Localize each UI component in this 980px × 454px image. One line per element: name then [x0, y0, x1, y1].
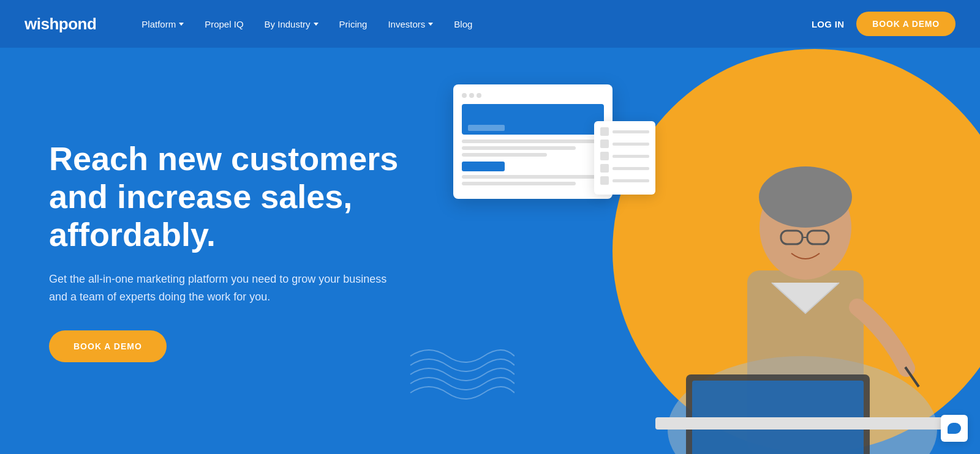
hero-section: Reach new customers and increase sales, … — [0, 48, 980, 454]
panel-line — [612, 155, 649, 158]
hero-content: Reach new customers and increase sales, … — [0, 140, 417, 362]
panel-icon — [600, 152, 609, 160]
ui-mockup — [453, 84, 637, 199]
browser-dot-2 — [469, 93, 474, 98]
nav-blog[interactable]: Blog — [445, 14, 481, 34]
chat-widget[interactable] — [941, 415, 968, 442]
nav-platform[interactable]: Platform — [133, 14, 192, 34]
panel-line — [612, 130, 649, 133]
nav-actions: LOG IN BOOK A DEMO — [812, 12, 956, 36]
mockup-content-lines — [462, 140, 604, 157]
svg-rect-10 — [655, 417, 962, 430]
navigation: wishpond Platform Propel IQ By Industry … — [0, 0, 980, 48]
mockup-line — [462, 153, 547, 157]
mockup-bottom-lines — [462, 175, 604, 185]
browser-dot-1 — [462, 93, 467, 98]
chat-icon — [948, 423, 961, 434]
mockup-line — [462, 182, 576, 185]
panel-row — [600, 127, 649, 136]
mockup-line — [462, 146, 576, 150]
nav-by-industry[interactable]: By Industry — [256, 14, 327, 34]
panel-icon — [600, 176, 609, 185]
panel-row — [600, 152, 649, 160]
panel-icon — [600, 127, 609, 136]
hero-headline: Reach new customers and increase sales, … — [49, 140, 417, 253]
svg-point-3 — [759, 166, 852, 228]
mockup-button — [462, 162, 505, 171]
browser-bar — [462, 93, 604, 98]
panel-line — [612, 143, 649, 146]
panel-icon — [600, 140, 609, 148]
panel-row — [600, 176, 649, 185]
chevron-down-icon — [179, 23, 184, 26]
hero-subheadline: Get the all-in-one marketing platform yo… — [49, 270, 392, 306]
panel-icon — [600, 164, 609, 173]
book-demo-nav-button[interactable]: BOOK A DEMO — [856, 12, 956, 36]
login-button[interactable]: LOG IN — [812, 19, 844, 29]
hero-right — [429, 48, 980, 454]
panel-row — [600, 164, 649, 173]
hero-person-image — [625, 75, 980, 454]
book-demo-hero-button[interactable]: BOOK A DEMO — [49, 330, 167, 362]
mockup-line — [462, 140, 604, 143]
nav-investors[interactable]: Investors — [379, 14, 442, 34]
logo[interactable]: wishpond — [24, 15, 96, 34]
chevron-down-icon — [428, 23, 433, 26]
mockup-floating-panel — [594, 121, 655, 195]
mockup-card — [453, 84, 612, 199]
mockup-header-bar — [462, 104, 604, 135]
browser-dot-3 — [477, 93, 481, 98]
nav-propel-iq[interactable]: Propel IQ — [196, 14, 252, 34]
panel-line — [612, 179, 649, 182]
nav-pricing[interactable]: Pricing — [331, 14, 376, 34]
panel-row — [600, 140, 649, 148]
nav-links: Platform Propel IQ By Industry Pricing I… — [133, 14, 812, 34]
mockup-line — [462, 175, 604, 179]
panel-line — [612, 167, 649, 170]
chevron-down-icon — [314, 23, 318, 26]
